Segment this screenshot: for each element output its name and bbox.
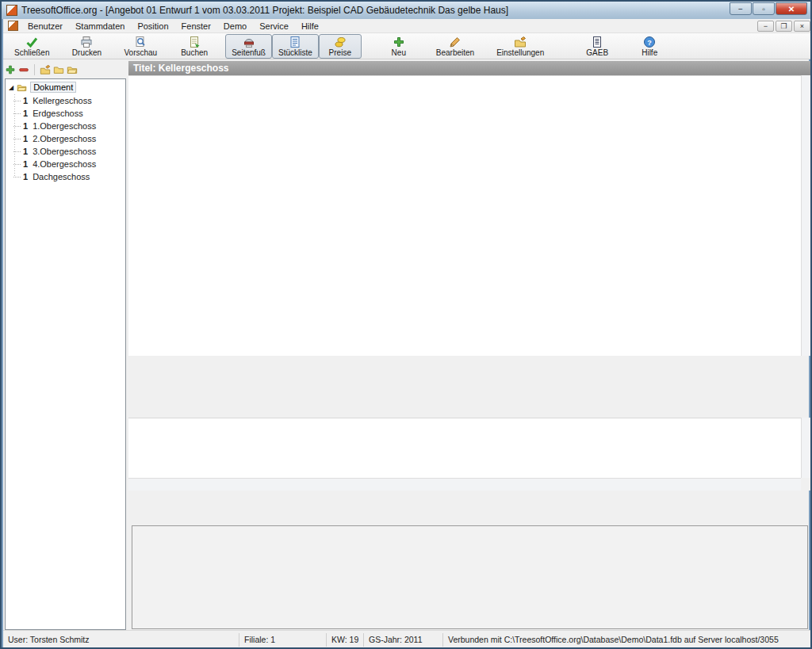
check-icon [25, 36, 38, 48]
tree-item-count: 1 [23, 147, 28, 156]
pencil-icon [449, 36, 462, 48]
tree-item-4-obergeschoss[interactable]: 14.Obergeschoss [13, 158, 125, 170]
calculation-table [128, 418, 801, 478]
status-gs-jahr: GS-Jahr: 2011 [364, 633, 443, 647]
tree-item-dachgeschoss[interactable]: 1Dachgeschoss [13, 170, 125, 183]
tree-item-erdgeschoss[interactable]: 1Erdgeschoss [13, 107, 125, 120]
status-connection: Verbunden mit C:\TreesoftOffice.org\Data… [443, 633, 812, 647]
einstellungen-button[interactable]: Einstellungen [490, 34, 550, 59]
status-user: User: Torsten Schmitz [3, 633, 239, 647]
tree-item-label: 1.Obergeschoss [33, 121, 96, 131]
positions-table-vertical-scrollbar[interactable] [801, 75, 812, 356]
menu-hilfe[interactable]: Hilfe [295, 21, 325, 32]
st-ckliste-button[interactable]: Stückliste [272, 34, 319, 59]
detail-toolbar [128, 380, 811, 418]
tree-item-count: 1 [23, 96, 28, 105]
app-icon [6, 5, 17, 16]
menu-position[interactable]: Position [131, 21, 174, 32]
menu-demo[interactable]: Demo [217, 21, 253, 32]
tree-item-count: 1 [23, 109, 28, 118]
buchen-button[interactable]: Buchen [173, 34, 216, 59]
tree-item-label: 4.Obergeschoss [33, 159, 96, 169]
tree-connector [13, 126, 21, 127]
preise-button[interactable]: Preise [319, 34, 362, 59]
calculation-table-vertical-scrollbar[interactable] [801, 418, 812, 478]
mdi-restore-button[interactable]: ❐ [776, 21, 792, 32]
pagefooter-icon [243, 36, 255, 48]
document-app-icon [8, 21, 18, 31]
tree-toolbar [5, 62, 125, 78]
tree-item-label: 3.Obergeschoss [33, 147, 96, 156]
window-close-button[interactable]: ✕ [776, 2, 807, 15]
drucken-button[interactable]: Drucken [65, 34, 108, 59]
menu-service[interactable]: Service [253, 21, 295, 32]
toolbar-button-label: Seitenfuß [232, 48, 266, 57]
folder-open-icon[interactable] [67, 64, 78, 75]
toolbar-button-label: Neu [392, 48, 406, 57]
book-icon [188, 36, 201, 48]
toolbar-button-label: Preise [329, 48, 351, 57]
status-filiale: Filiale: 1 [239, 633, 327, 647]
tree-connector [13, 151, 21, 152]
tree-item-label: 2.Obergeschoss [33, 134, 96, 143]
schlie-en-button[interactable]: Schließen [8, 34, 56, 59]
separator [34, 64, 35, 75]
folder-edit-icon[interactable] [40, 64, 51, 75]
mdi-close-button[interactable]: × [794, 21, 810, 32]
window-controls: − ▫ ✕ [730, 2, 807, 15]
bearbeiten-button[interactable]: Bearbeiten [430, 34, 481, 59]
gaeb-icon [591, 36, 603, 48]
tree-root-dokument[interactable]: ◢ Dokument [6, 79, 125, 94]
add-icon[interactable] [5, 64, 16, 75]
tree-root-label[interactable]: Dokument [30, 82, 76, 93]
gaeb-button[interactable]: GAEB [576, 34, 619, 59]
tree-item-count: 1 [23, 134, 28, 143]
svg-text:?: ? [647, 38, 652, 46]
folder-open-icon [16, 82, 28, 93]
neu-button[interactable]: Neu [377, 34, 420, 59]
tree-connector [13, 177, 21, 178]
status-kw: KW: 19 [327, 633, 364, 647]
document-tree-panel: ◢ Dokument 1Kellergeschoss1Erdgeschoss11… [5, 78, 126, 630]
toolbar-button-label: Stückliste [278, 48, 312, 57]
window-title: TreesoftOffice.org - [Angebot 01 Entwurf… [21, 5, 730, 16]
window-titlebar: TreesoftOffice.org - [Angebot 01 Entwurf… [2, 2, 810, 19]
calculation-table-horizontal-scrollbar[interactable] [128, 478, 801, 491]
tree-item-count: 1 [23, 159, 28, 169]
menu-bar: BenutzerStammdatenPositionFensterDemoSer… [3, 19, 812, 33]
tree-connector [13, 164, 21, 165]
menu-stammdaten[interactable]: Stammdaten [69, 21, 131, 32]
mdi-minimize-button[interactable]: − [757, 21, 774, 32]
hilfe-button[interactable]: ?Hilfe [628, 34, 671, 59]
menu-items: BenutzerStammdatenPositionFensterDemoSer… [21, 21, 325, 32]
window-maximize-button[interactable]: ▫ [753, 2, 775, 15]
tree-expand-icon[interactable]: ◢ [9, 84, 13, 91]
vorschau-button[interactable]: Vorschau [117, 34, 163, 59]
scrollbar-corner [801, 478, 812, 491]
tree-item-label: Dachgeschoss [33, 172, 90, 181]
tree-item-3-obergeschoss[interactable]: 13.Obergeschoss [13, 145, 125, 158]
remove-icon[interactable] [18, 64, 29, 75]
preview-icon [134, 36, 147, 48]
toolbar-button-label: Buchen [181, 48, 208, 57]
calculation-record-navigator [128, 491, 811, 511]
tree-item-1-obergeschoss[interactable]: 11.Obergeschoss [13, 120, 125, 132]
settings-icon [514, 36, 527, 48]
tree-item-2-obergeschoss[interactable]: 12.Obergeschoss [13, 132, 125, 145]
summary-tab-page [132, 525, 808, 629]
toolbar-button-label: Einstellungen [496, 48, 544, 57]
folder-closed-icon[interactable] [53, 64, 64, 75]
partslist-icon [289, 36, 301, 48]
tree-children: 1Kellergeschoss1Erdgeschoss11.Obergescho… [13, 94, 125, 183]
menu-benutzer[interactable]: Benutzer [21, 21, 69, 32]
toolbar-button-label: GAEB [586, 48, 608, 57]
seitenfu-button[interactable]: Seitenfuß [225, 34, 272, 59]
window-minimize-button[interactable]: − [730, 2, 752, 15]
positions-record-navigator [128, 356, 811, 380]
menu-fenster[interactable]: Fenster [175, 21, 217, 32]
status-bar: User: Torsten Schmitz Filiale: 1 KW: 19 … [3, 630, 812, 648]
tree-connector [13, 101, 21, 101]
tree-item-kellergeschoss[interactable]: 1Kellergeschoss [13, 94, 125, 107]
toolbar-button-label: Vorschau [124, 48, 157, 57]
tree-item-count: 1 [23, 172, 28, 181]
